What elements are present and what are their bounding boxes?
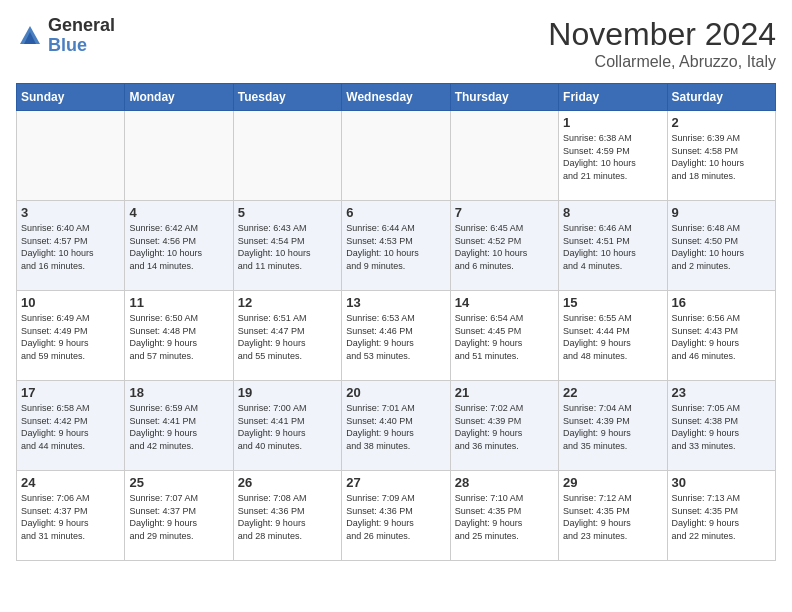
calendar-cell: 7Sunrise: 6:45 AMSunset: 4:52 PMDaylight… [450, 201, 558, 291]
day-info: Sunrise: 7:06 AMSunset: 4:37 PMDaylight:… [21, 492, 120, 542]
day-number: 15 [563, 295, 662, 310]
calendar-cell: 18Sunrise: 6:59 AMSunset: 4:41 PMDayligh… [125, 381, 233, 471]
week-row: 24Sunrise: 7:06 AMSunset: 4:37 PMDayligh… [17, 471, 776, 561]
week-row: 17Sunrise: 6:58 AMSunset: 4:42 PMDayligh… [17, 381, 776, 471]
day-number: 24 [21, 475, 120, 490]
day-header-sunday: Sunday [17, 84, 125, 111]
calendar-cell: 25Sunrise: 7:07 AMSunset: 4:37 PMDayligh… [125, 471, 233, 561]
day-info: Sunrise: 6:49 AMSunset: 4:49 PMDaylight:… [21, 312, 120, 362]
day-header-saturday: Saturday [667, 84, 775, 111]
day-number: 29 [563, 475, 662, 490]
calendar-table: SundayMondayTuesdayWednesdayThursdayFrid… [16, 83, 776, 561]
day-header-tuesday: Tuesday [233, 84, 341, 111]
day-info: Sunrise: 6:48 AMSunset: 4:50 PMDaylight:… [672, 222, 771, 272]
day-number: 21 [455, 385, 554, 400]
day-info: Sunrise: 6:38 AMSunset: 4:59 PMDaylight:… [563, 132, 662, 182]
day-number: 6 [346, 205, 445, 220]
day-info: Sunrise: 7:12 AMSunset: 4:35 PMDaylight:… [563, 492, 662, 542]
day-number: 20 [346, 385, 445, 400]
day-number: 14 [455, 295, 554, 310]
day-header-monday: Monday [125, 84, 233, 111]
calendar-cell: 9Sunrise: 6:48 AMSunset: 4:50 PMDaylight… [667, 201, 775, 291]
day-number: 5 [238, 205, 337, 220]
calendar-cell: 12Sunrise: 6:51 AMSunset: 4:47 PMDayligh… [233, 291, 341, 381]
calendar-cell: 14Sunrise: 6:54 AMSunset: 4:45 PMDayligh… [450, 291, 558, 381]
day-info: Sunrise: 7:07 AMSunset: 4:37 PMDaylight:… [129, 492, 228, 542]
day-number: 3 [21, 205, 120, 220]
week-row: 3Sunrise: 6:40 AMSunset: 4:57 PMDaylight… [17, 201, 776, 291]
calendar-cell: 22Sunrise: 7:04 AMSunset: 4:39 PMDayligh… [559, 381, 667, 471]
day-info: Sunrise: 7:02 AMSunset: 4:39 PMDaylight:… [455, 402, 554, 452]
calendar-cell: 13Sunrise: 6:53 AMSunset: 4:46 PMDayligh… [342, 291, 450, 381]
calendar-cell: 19Sunrise: 7:00 AMSunset: 4:41 PMDayligh… [233, 381, 341, 471]
day-info: Sunrise: 6:58 AMSunset: 4:42 PMDaylight:… [21, 402, 120, 452]
day-info: Sunrise: 7:08 AMSunset: 4:36 PMDaylight:… [238, 492, 337, 542]
day-header-friday: Friday [559, 84, 667, 111]
day-number: 12 [238, 295, 337, 310]
calendar-cell: 11Sunrise: 6:50 AMSunset: 4:48 PMDayligh… [125, 291, 233, 381]
day-info: Sunrise: 6:46 AMSunset: 4:51 PMDaylight:… [563, 222, 662, 272]
day-info: Sunrise: 6:44 AMSunset: 4:53 PMDaylight:… [346, 222, 445, 272]
calendar-cell: 6Sunrise: 6:44 AMSunset: 4:53 PMDaylight… [342, 201, 450, 291]
header-row: SundayMondayTuesdayWednesdayThursdayFrid… [17, 84, 776, 111]
calendar-cell: 8Sunrise: 6:46 AMSunset: 4:51 PMDaylight… [559, 201, 667, 291]
day-info: Sunrise: 6:53 AMSunset: 4:46 PMDaylight:… [346, 312, 445, 362]
day-number: 16 [672, 295, 771, 310]
calendar-cell [125, 111, 233, 201]
calendar-cell: 27Sunrise: 7:09 AMSunset: 4:36 PMDayligh… [342, 471, 450, 561]
day-info: Sunrise: 6:55 AMSunset: 4:44 PMDaylight:… [563, 312, 662, 362]
day-info: Sunrise: 7:10 AMSunset: 4:35 PMDaylight:… [455, 492, 554, 542]
day-info: Sunrise: 6:39 AMSunset: 4:58 PMDaylight:… [672, 132, 771, 182]
calendar-cell: 30Sunrise: 7:13 AMSunset: 4:35 PMDayligh… [667, 471, 775, 561]
day-info: Sunrise: 7:05 AMSunset: 4:38 PMDaylight:… [672, 402, 771, 452]
day-header-thursday: Thursday [450, 84, 558, 111]
day-number: 9 [672, 205, 771, 220]
day-number: 11 [129, 295, 228, 310]
day-info: Sunrise: 6:40 AMSunset: 4:57 PMDaylight:… [21, 222, 120, 272]
calendar-cell: 15Sunrise: 6:55 AMSunset: 4:44 PMDayligh… [559, 291, 667, 381]
logo-icon [16, 22, 44, 50]
page-header: General Blue November 2024 Collarmele, A… [16, 16, 776, 71]
calendar-cell: 2Sunrise: 6:39 AMSunset: 4:58 PMDaylight… [667, 111, 775, 201]
day-number: 2 [672, 115, 771, 130]
day-number: 1 [563, 115, 662, 130]
day-info: Sunrise: 7:04 AMSunset: 4:39 PMDaylight:… [563, 402, 662, 452]
day-info: Sunrise: 6:51 AMSunset: 4:47 PMDaylight:… [238, 312, 337, 362]
day-info: Sunrise: 7:00 AMSunset: 4:41 PMDaylight:… [238, 402, 337, 452]
calendar-subtitle: Collarmele, Abruzzo, Italy [548, 53, 776, 71]
calendar-cell [450, 111, 558, 201]
day-info: Sunrise: 7:09 AMSunset: 4:36 PMDaylight:… [346, 492, 445, 542]
day-number: 25 [129, 475, 228, 490]
week-row: 10Sunrise: 6:49 AMSunset: 4:49 PMDayligh… [17, 291, 776, 381]
day-number: 27 [346, 475, 445, 490]
day-header-wednesday: Wednesday [342, 84, 450, 111]
day-info: Sunrise: 7:01 AMSunset: 4:40 PMDaylight:… [346, 402, 445, 452]
calendar-cell: 24Sunrise: 7:06 AMSunset: 4:37 PMDayligh… [17, 471, 125, 561]
calendar-cell [342, 111, 450, 201]
calendar-cell [233, 111, 341, 201]
day-number: 17 [21, 385, 120, 400]
day-info: Sunrise: 6:54 AMSunset: 4:45 PMDaylight:… [455, 312, 554, 362]
calendar-cell [17, 111, 125, 201]
day-number: 22 [563, 385, 662, 400]
calendar-cell: 17Sunrise: 6:58 AMSunset: 4:42 PMDayligh… [17, 381, 125, 471]
calendar-cell: 4Sunrise: 6:42 AMSunset: 4:56 PMDaylight… [125, 201, 233, 291]
day-number: 8 [563, 205, 662, 220]
day-number: 26 [238, 475, 337, 490]
calendar-cell: 23Sunrise: 7:05 AMSunset: 4:38 PMDayligh… [667, 381, 775, 471]
calendar-cell: 21Sunrise: 7:02 AMSunset: 4:39 PMDayligh… [450, 381, 558, 471]
logo-text: General Blue [48, 16, 115, 56]
day-number: 7 [455, 205, 554, 220]
day-number: 28 [455, 475, 554, 490]
day-info: Sunrise: 6:42 AMSunset: 4:56 PMDaylight:… [129, 222, 228, 272]
calendar-cell: 16Sunrise: 6:56 AMSunset: 4:43 PMDayligh… [667, 291, 775, 381]
calendar-cell: 20Sunrise: 7:01 AMSunset: 4:40 PMDayligh… [342, 381, 450, 471]
title-block: November 2024 Collarmele, Abruzzo, Italy [548, 16, 776, 71]
day-info: Sunrise: 7:13 AMSunset: 4:35 PMDaylight:… [672, 492, 771, 542]
logo: General Blue [16, 16, 115, 56]
week-row: 1Sunrise: 6:38 AMSunset: 4:59 PMDaylight… [17, 111, 776, 201]
day-number: 18 [129, 385, 228, 400]
day-number: 13 [346, 295, 445, 310]
calendar-cell: 29Sunrise: 7:12 AMSunset: 4:35 PMDayligh… [559, 471, 667, 561]
calendar-cell: 28Sunrise: 7:10 AMSunset: 4:35 PMDayligh… [450, 471, 558, 561]
